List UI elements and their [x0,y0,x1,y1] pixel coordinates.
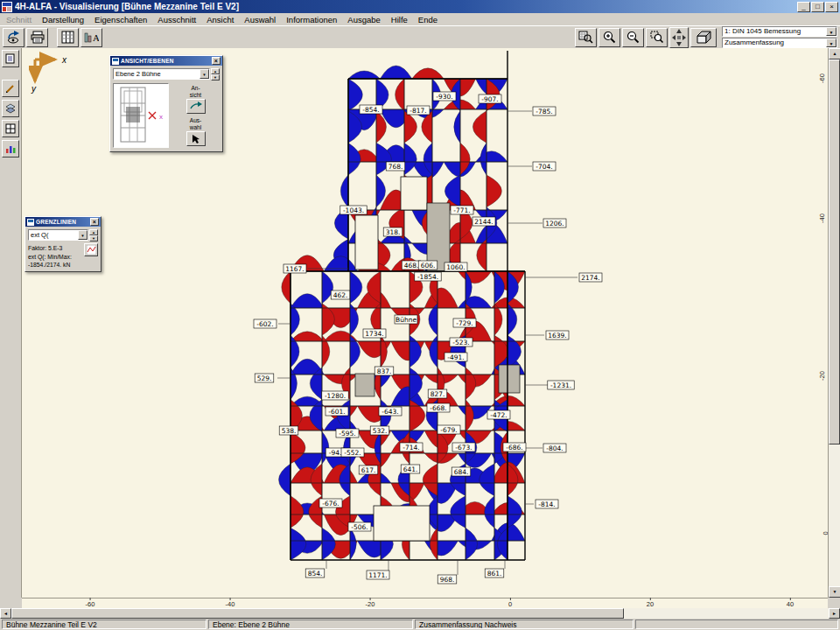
ebene-spinner[interactable]: ▲ ▼ [211,68,220,80]
vscroll-thumb[interactable] [829,60,840,444]
grenzlinie-value: ext Q( [29,230,78,240]
menu-item-hilfe[interactable]: Hilfe [386,14,413,25]
app-icon [2,2,12,12]
rail-draw-button[interactable] [2,80,19,97]
axis-indicator: x y [29,52,69,94]
menu-item-eigenschaften[interactable]: Eigenschaften [89,14,152,25]
horizontal-scrollbar[interactable]: ◄ ► [0,608,840,619]
value-label: -472. [490,411,507,419]
ebene-combobox[interactable]: Ebene 2 Bühne ▼ [113,68,210,80]
vertical-scrollbar[interactable]: ▲ ▼ [828,48,840,598]
rail-info-button[interactable] [2,140,19,158]
level-thumbnail[interactable]: x [113,83,169,148]
wall-patch [499,365,520,393]
result-type-value: Zusammenfassung [723,38,826,47]
app-window: { "window": { "title": "4H-ALFA - Visual… [0,0,840,630]
result-type-combobox[interactable]: Zusammenfassung ▼ [722,38,837,48]
previous-view-button[interactable] [3,28,24,47]
view-3d-button[interactable] [690,28,717,47]
vscroll-track[interactable] [829,444,840,586]
ebene-value: Ebene 2 Bühne [114,69,200,79]
opening [355,215,378,270]
spin-up-icon[interactable]: ▲ [211,68,220,74]
close-button[interactable]: × [825,2,838,12]
zoom-in-button[interactable] [598,28,620,47]
dropdown-arrow-icon[interactable]: ▼ [78,230,88,240]
menu-item-darstellung[interactable]: Darstellung [37,14,89,25]
previous-view-icon [6,31,22,44]
grenzlinie-spinner[interactable]: ▲ ▼ [89,229,98,242]
grenzlinien-options-button[interactable] [84,243,98,256]
value-label: 462. [333,291,348,299]
menu-item-ausschnitt[interactable]: Ausschnitt [152,14,201,25]
minimize-button[interactable]: _ [797,2,810,12]
rail-layers-button[interactable] [2,100,19,117]
spin-down-icon[interactable]: ▼ [89,235,98,242]
value-label: 1167. [285,265,304,273]
ruler-tick-label: -20 [818,371,826,381]
ruler-tick-label: 20 [647,600,654,608]
titlebar[interactable]: 4H-ALFA - Visualisierung [Bühne Mezzanin… [0,0,840,13]
value-label: -686. [506,444,522,452]
grenzlinie-combobox[interactable]: ext Q( ▼ [28,229,88,241]
text-output-button[interactable]: A [80,28,102,47]
toolbar: A 1: DIN 1045 Bemessung ▼ Zusammenfassun… [0,25,840,48]
zoom-out-button[interactable] [622,28,644,47]
menu-item-informationen[interactable]: Informationen [281,14,342,25]
hscroll-thumb[interactable] [11,608,624,619]
grenzlinien-window-titlebar[interactable]: GRENZLINIEN × [25,217,101,227]
ansicht-apply-button[interactable] [186,99,206,114]
menu-item-auswahl[interactable]: Auswahl [239,14,281,25]
scroll-down-icon: ▼ [833,589,837,594]
value-label: 1734. [365,330,383,338]
value-label: 837. [377,368,392,375]
print-button[interactable] [26,28,48,47]
menu-item-schnitt[interactable]: Schnitt [1,14,37,25]
status-project: Bühne Mezzanine Teil E V2 [2,620,206,629]
auswahl-button[interactable] [186,131,206,146]
design-code-combobox[interactable]: 1: DIN 1045 Bemessung ▼ [722,26,837,37]
menu-item-ansicht[interactable]: Ansicht [201,14,239,25]
ansicht-window-title: ANSICHT/EBENEN [121,58,174,64]
diagram-icon [87,245,96,255]
ansicht-window-titlebar[interactable]: ANSICHT/EBENEN × [110,56,222,66]
spin-down-icon[interactable]: ▼ [211,74,220,80]
ansicht-ebenen-window[interactable]: ANSICHT/EBENEN × Ebene 2 Bühne ▼ ▲ ▼ [109,55,223,152]
value-label: -1231. [550,382,571,389]
pan-control[interactable] [669,27,689,48]
dropdown-arrow-icon[interactable]: ▼ [200,69,209,79]
scroll-up-button[interactable]: ▲ [829,48,840,60]
x-axis-label: x [61,55,67,65]
zoom-extents-icon [578,31,593,44]
maximize-button[interactable]: □ [811,2,824,12]
value-label: -771. [453,206,470,214]
dropdown-arrow-icon[interactable]: ▼ [826,38,836,47]
grenzlinien-window[interactable]: GRENZLINIEN × ext Q( ▼ ▲ ▼ Faktor: 5 [24,216,102,272]
hscroll-track[interactable] [624,608,829,619]
auswahl-label-1: Aus- [190,117,201,123]
menu-item-ende[interactable]: Ende [413,14,443,25]
right-ruler: -60-40-200 [818,48,828,598]
scroll-right-button[interactable]: ► [829,608,840,619]
ruler-tick-label: -60 [818,74,826,83]
rail-view-button[interactable] [2,50,19,67]
zoom-extents-button[interactable] [575,28,597,47]
value-label: -523. [452,339,469,346]
scroll-down-button[interactable]: ▼ [829,586,840,598]
pan-arrows-icon [672,29,686,46]
menu-item-ausgabe[interactable]: Ausgabe [342,14,386,25]
value-label: 1171. [368,571,387,579]
dropdown-arrow-icon[interactable]: ▼ [826,27,836,36]
drawing-canvas[interactable]: -930.-907.-854.-817.-785.768.-704.-1043.… [22,48,828,598]
scroll-left-button[interactable]: ◄ [0,608,11,619]
value-label: -668. [430,404,446,412]
ansicht-label-2: sicht [190,92,201,98]
report-table-button[interactable] [57,28,79,47]
zoom-window-button[interactable] [646,28,668,47]
spin-up-icon[interactable]: ▲ [89,229,98,235]
ansicht-close-button[interactable]: × [212,57,220,65]
value-label: 2174. [581,274,599,282]
opening [401,177,427,210]
grenzlinien-close-button[interactable]: × [90,218,99,226]
rail-grid-button[interactable] [2,120,19,137]
